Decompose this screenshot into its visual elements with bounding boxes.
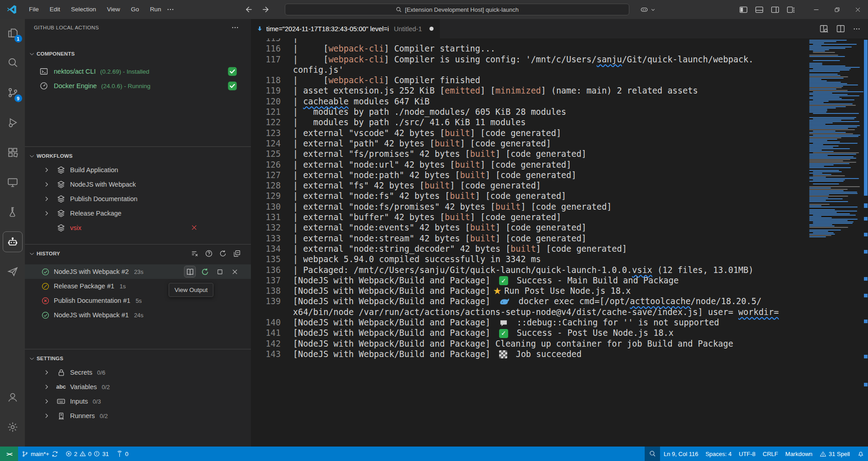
menu-edit[interactable]: Edit <box>44 3 66 16</box>
open-preview-icon[interactable] <box>819 24 829 33</box>
menu-run[interactable]: Run <box>145 3 167 16</box>
menu-selection[interactable]: Selection <box>66 3 102 16</box>
encoding[interactable]: UTF-8 <box>735 447 759 461</box>
menu-overflow-icon[interactable] <box>166 5 175 14</box>
sync-icon[interactable] <box>52 451 58 457</box>
activity-item-testing[interactable] <box>3 202 23 222</box>
code-line: 140[NodeJS with Webpack/Build and Packag… <box>251 317 808 328</box>
close-window-button[interactable] <box>847 0 868 19</box>
chevron-down-icon <box>651 7 656 12</box>
command-center-search[interactable]: [Extension Development Host] quick-launc… <box>285 4 629 15</box>
section-header-workflows[interactable]: WORKFLOWS <box>25 149 251 163</box>
clear-history-icon[interactable] <box>191 249 199 258</box>
info-icon <box>94 451 100 457</box>
component-name: Docker Engine (24.0.6) - Running <box>54 82 151 89</box>
workflow-row[interactable]: Publish Documentation <box>25 192 251 206</box>
section-header-components[interactable]: COMPONENTS <box>25 47 251 61</box>
activity-item-extensions[interactable] <box>3 142 23 163</box>
code-line: 125| external "fs/promises" 42 bytes [bu… <box>251 149 808 159</box>
spell-checker[interactable]: 31 Spell <box>816 447 854 461</box>
toggle-primary-sidebar-icon[interactable] <box>739 5 748 14</box>
chevron-right-icon[interactable] <box>43 210 50 217</box>
split-editor-icon[interactable] <box>836 24 845 33</box>
chevron-down-icon <box>28 153 36 160</box>
tab-untitled-1[interactable]: time="2024-11-17T18:32:43-05:00" level=i… <box>251 19 440 38</box>
minimap-line <box>809 178 859 179</box>
settings-row-variables[interactable]: abcVariables 0/2 <box>25 380 251 394</box>
settings-row-secrets[interactable]: Secrets 0/6 <box>25 365 251 380</box>
minimize-button[interactable] <box>806 0 826 19</box>
chevron-right-icon[interactable] <box>43 195 50 202</box>
ports-status[interactable]: 0 <box>113 447 132 461</box>
go-back-icon[interactable] <box>244 5 253 14</box>
workflow-row[interactable]: Release Package <box>25 206 251 221</box>
modified-dot-icon[interactable] <box>429 27 434 31</box>
section-header-history[interactable]: HISTORY <box>25 247 251 260</box>
sidebar-more-actions-icon[interactable] <box>231 24 239 32</box>
go-forward-icon[interactable] <box>261 5 270 14</box>
settings-row-runners[interactable]: Runners 0/2 <box>25 409 251 423</box>
branch-status[interactable]: main*+ <box>18 447 62 461</box>
chevron-right-icon[interactable] <box>43 181 50 188</box>
toggle-panel-icon[interactable] <box>755 5 764 14</box>
settings-row-inputs[interactable]: Inputs 0/3 <box>25 394 251 409</box>
line-content: config.js' <box>293 65 344 75</box>
chevron-right-icon[interactable] <box>43 398 50 405</box>
component-row[interactable]: Docker Engine (24.0.6) - Running <box>25 79 251 93</box>
code-line: 141[NodeJS with Webpack/Build and Packag… <box>251 328 808 338</box>
activity-item-github-local-actions[interactable] <box>3 231 23 252</box>
history-row[interactable]: Publish Documentation #1 5s <box>25 293 251 308</box>
history-row[interactable]: Release Package #1 1s <box>25 279 251 293</box>
minimap[interactable] <box>809 40 863 238</box>
editor-more-actions-icon[interactable] <box>853 25 861 33</box>
activity-item-accounts[interactable] <box>3 387 23 408</box>
activity-item-remote-explorer[interactable] <box>3 172 23 193</box>
remote-indicator[interactable]: >< <box>0 447 18 461</box>
restart-icon[interactable] <box>199 266 210 277</box>
search-status[interactable] <box>645 447 660 461</box>
activity-item-source-control[interactable]: 9 <box>3 82 23 103</box>
editor-content[interactable]: 115|116| [webpack-cli] Compiler starting… <box>251 38 868 447</box>
notifications[interactable] <box>854 447 868 461</box>
workflow-row[interactable]: NodeJS with Webpack <box>25 177 251 192</box>
status-check-icon <box>227 66 237 76</box>
chevron-right-icon[interactable] <box>43 369 50 376</box>
menu-file[interactable]: File <box>24 3 44 16</box>
indentation[interactable]: Spaces: 4 <box>702 447 735 461</box>
customize-layout-icon[interactable] <box>786 5 796 14</box>
activity-item-manage[interactable] <box>3 417 23 437</box>
editor-area: time="2024-11-17T18:32:43-05:00" level=i… <box>251 19 868 447</box>
activity-item-run-and-debug[interactable] <box>3 112 23 133</box>
speech-emoji-icon <box>499 319 508 328</box>
workflow-icon <box>57 165 66 174</box>
activity-item-search[interactable] <box>3 52 23 73</box>
collapse-all-icon[interactable] <box>233 249 241 258</box>
chevron-right-icon[interactable] <box>43 166 50 174</box>
toggle-secondary-sidebar-icon[interactable] <box>770 5 780 14</box>
history-row[interactable]: NodeJS with Webpack #2 23s <box>25 264 251 279</box>
remove-icon[interactable] <box>229 266 240 277</box>
view-output-icon[interactable] <box>184 266 195 277</box>
chevron-right-icon[interactable] <box>43 383 50 390</box>
workflow-row[interactable]: Build Application <box>25 163 251 177</box>
menu-go[interactable]: Go <box>126 3 145 16</box>
history-row[interactable]: NodeJS with Webpack #1 24s <box>25 308 251 322</box>
language-mode[interactable]: Markdown <box>782 447 816 461</box>
close-icon[interactable] <box>190 224 198 231</box>
eol[interactable]: CRLF <box>759 447 782 461</box>
activity-item-github-actions[interactable] <box>3 261 23 282</box>
activity-item-explorer[interactable]: 1 <box>3 23 23 43</box>
chevron-right-icon[interactable] <box>43 412 50 419</box>
copilot-button[interactable] <box>640 4 656 15</box>
workflow-row[interactable]: vsix <box>25 221 251 235</box>
component-row[interactable]: nektos/act CLI (0.2.69) - Installed <box>25 64 251 79</box>
section-history: HISTORYNodeJS with Webpack #2 23sRelease… <box>25 247 251 322</box>
menu-view[interactable]: View <box>102 3 126 16</box>
cursor-position[interactable]: Ln 9, Col 116 <box>660 447 702 461</box>
restore-button[interactable] <box>826 0 847 19</box>
stop-icon[interactable] <box>214 266 225 277</box>
problems-status[interactable]: 2 0 31 <box>62 447 113 461</box>
help-icon[interactable] <box>205 249 213 258</box>
section-header-settings[interactable]: SETTINGS <box>25 352 251 365</box>
refresh-icon[interactable] <box>219 249 227 258</box>
